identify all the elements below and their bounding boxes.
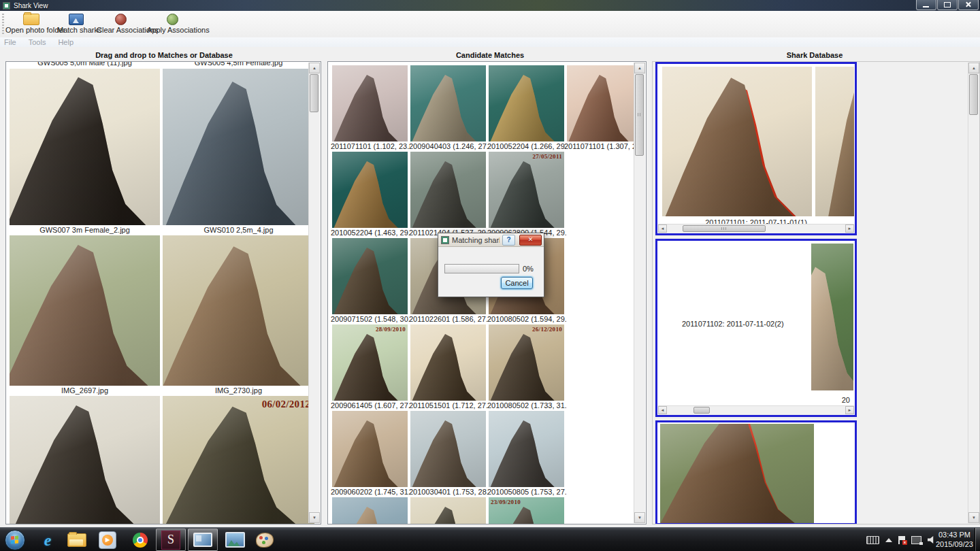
database-panel-scrollbar[interactable]: ▲ ▼ <box>968 63 979 523</box>
toolbar-gripper[interactable] <box>2 14 4 35</box>
taskbar-internet-explorer[interactable]: e <box>34 529 61 551</box>
cancel-button[interactable]: Cancel <box>501 277 533 289</box>
candidate-thumb[interactable]: 27/05/2011 <box>489 152 564 228</box>
network-icon[interactable] <box>911 536 921 544</box>
candidate-thumb[interactable] <box>332 65 408 141</box>
shark-fin-graphic <box>662 72 812 216</box>
close-button[interactable] <box>958 0 979 10</box>
scrollbar-thumb[interactable] <box>635 74 644 156</box>
minimize-button[interactable] <box>916 0 936 10</box>
window-titlebar[interactable]: Shark View <box>0 0 980 11</box>
candidate-thumb[interactable] <box>410 324 486 401</box>
scrollbar-thumb[interactable] <box>683 225 766 232</box>
show-desktop-button[interactable] <box>975 528 980 551</box>
help-button[interactable]: ? <box>502 235 515 246</box>
match-sharks-button[interactable]: Match sharks <box>57 12 95 36</box>
explorer-folder-icon <box>67 533 86 547</box>
candidate-thumb[interactable] <box>410 65 486 141</box>
taskbar-chrome[interactable] <box>127 529 154 551</box>
entry-scrollbar[interactable]: ◄ ► <box>658 224 854 233</box>
database-entry[interactable] <box>655 420 857 524</box>
keyboard-tray-icon[interactable] <box>866 536 879 544</box>
clear-associations-button[interactable]: Clear Associations <box>97 12 144 36</box>
candidate-thumb[interactable] <box>332 238 408 314</box>
scroll-up-icon[interactable]: ▲ <box>634 63 645 73</box>
alert-badge: x <box>902 540 907 545</box>
source-photo[interactable] <box>10 235 160 386</box>
shark-view-screen: { "window": {"title": "Shark View"}, "to… <box>0 0 980 551</box>
scroll-right-icon[interactable]: ► <box>845 406 854 414</box>
scroll-left-icon[interactable]: ◄ <box>658 406 667 414</box>
source-photo[interactable] <box>10 396 160 524</box>
dialog-titlebar[interactable]: Matching sharks... ? ✕ <box>438 233 544 247</box>
scrollbar-thumb[interactable] <box>310 74 318 112</box>
source-photo[interactable]: 06/02/2012 <box>163 396 314 524</box>
taskbar-shark-view-window[interactable] <box>188 529 218 551</box>
database-photo-partial[interactable] <box>811 244 853 390</box>
candidate-thumb[interactable] <box>332 411 408 487</box>
scroll-left-icon[interactable]: ◄ <box>658 224 667 233</box>
candidate-thumb[interactable] <box>410 411 486 487</box>
start-button[interactable] <box>5 530 25 550</box>
taskbar-paint[interactable] <box>250 529 279 551</box>
candidate-thumb[interactable] <box>489 65 564 141</box>
date-watermark: 28/09/2010 <box>376 326 406 333</box>
candidate-thumb[interactable] <box>410 497 486 524</box>
dialog-close-button[interactable]: ✕ <box>519 235 542 246</box>
shark-fin-graphic <box>410 72 486 141</box>
database-photo[interactable] <box>660 424 814 524</box>
scroll-down-icon[interactable]: ▼ <box>634 512 645 523</box>
shark-fin-graphic <box>10 239 160 386</box>
dialog-title: Matching sharks... <box>452 236 500 244</box>
maximize-button[interactable] <box>937 0 958 10</box>
shark-fin-graphic <box>332 245 408 314</box>
database-entry[interactable]: 2011071102: 2011-07-11-02(2) 20 ◄ ► <box>655 239 857 417</box>
taskbar-clock[interactable]: 03:43 PM 2015/09/23 <box>936 530 973 549</box>
scrollbar-thumb[interactable] <box>969 74 978 115</box>
scroll-right-icon[interactable]: ► <box>845 224 854 233</box>
candidate-label: 2009071502 (1.548, 30.195) <box>331 315 410 323</box>
minimize-icon <box>923 6 929 7</box>
scroll-down-icon[interactable]: ▼ <box>968 512 979 523</box>
shark-fin-graphic <box>12 401 150 524</box>
source-photo[interactable] <box>163 69 314 225</box>
apply-associations-button[interactable]: Apply Associations <box>147 12 197 36</box>
scroll-up-icon[interactable]: ▲ <box>968 63 979 73</box>
taskbar-photo-viewer[interactable] <box>220 529 249 551</box>
internet-explorer-icon: e <box>44 532 52 548</box>
shark-database-header: Shark Database <box>787 51 843 59</box>
scroll-down-icon[interactable]: ▼ <box>309 512 320 523</box>
left-panel-scrollbar[interactable]: ▲ ▼ <box>308 63 320 523</box>
source-photo[interactable] <box>10 69 160 225</box>
candidate-thumb[interactable] <box>567 65 638 141</box>
volume-icon[interactable] <box>928 536 935 544</box>
taskbar-windows-explorer[interactable] <box>63 529 91 551</box>
candidate-thumb[interactable]: 23/09/2010 <box>489 497 564 524</box>
database-photo[interactable] <box>662 67 812 216</box>
database-photo-partial[interactable] <box>815 67 854 216</box>
action-center-icon[interactable]: x <box>898 536 905 544</box>
taskbar-shark-app[interactable]: S <box>156 529 186 551</box>
menu-help[interactable]: Help <box>58 38 74 46</box>
candidate-thumb[interactable]: 26/12/2010 <box>489 324 564 401</box>
source-photo[interactable] <box>163 235 314 386</box>
taskbar-media-player[interactable]: ▶ <box>94 529 121 551</box>
candidate-panel-scrollbar[interactable]: ▲ ▼ <box>634 63 645 523</box>
database-entry[interactable]: 2011071101: 2011-07-11-01(1) ◄ ► <box>655 62 857 235</box>
candidate-thumb[interactable] <box>332 152 408 228</box>
candidate-thumb[interactable] <box>489 411 564 487</box>
scrollbar-thumb[interactable] <box>693 407 710 414</box>
menu-tools[interactable]: Tools <box>29 38 46 46</box>
candidate-label: 2011071101 (1.102, 23.689) <box>331 142 410 150</box>
candidate-thumb[interactable] <box>332 497 408 524</box>
shark-fin-graphic <box>332 158 408 228</box>
entry-scrollbar[interactable]: ◄ ► <box>658 405 854 415</box>
open-photo-folder-button[interactable]: Open photo folder <box>5 12 57 36</box>
show-hidden-icons[interactable] <box>885 538 892 542</box>
candidate-thumb[interactable]: 28/09/2010 <box>332 324 408 401</box>
scroll-up-icon[interactable]: ▲ <box>309 63 320 73</box>
dialog-app-icon <box>441 236 449 244</box>
candidate-thumb[interactable] <box>410 152 486 228</box>
shark-fin-graphic <box>332 504 408 524</box>
menu-file[interactable]: File <box>4 38 16 46</box>
